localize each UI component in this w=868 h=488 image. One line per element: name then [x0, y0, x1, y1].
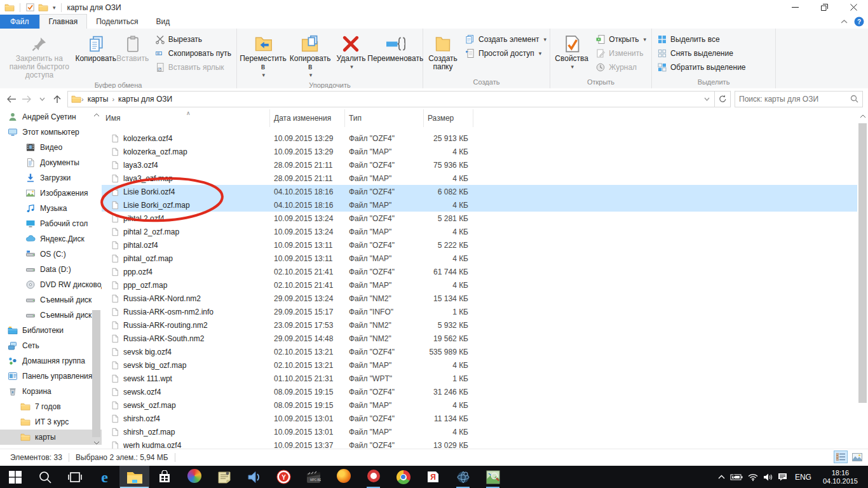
search-icon[interactable]	[846, 95, 862, 103]
thumbnails-view-button[interactable]	[850, 451, 864, 463]
restore-button[interactable]	[810, 0, 839, 15]
up-button[interactable]	[50, 92, 65, 107]
forward-button[interactable]	[19, 92, 34, 107]
sidebar-item[interactable]: Музыка	[0, 201, 102, 216]
table-row[interactable]: sewsk 111.wpt01.10.2015 21:31Файл "WPT"1…	[102, 372, 857, 385]
table-row[interactable]: shirsh.ozf410.09.2015 13:01Файл "OZF4"11…	[102, 412, 857, 425]
select-none-button[interactable]: Снять выделение	[657, 47, 746, 60]
delete-button[interactable]: Удалить▾	[333, 30, 369, 72]
paste-button[interactable]: Вставить	[115, 30, 151, 64]
list-scrollbar[interactable]	[857, 109, 868, 449]
new-item-button[interactable]: Создать элемент▾	[465, 33, 546, 46]
taskbar-app-yandex-browser[interactable]: Y	[269, 466, 299, 488]
table-row[interactable]: Lisie Borki_ozf.map04.10.2015 18:16Файл …	[102, 198, 857, 212]
search-box[interactable]	[735, 91, 863, 107]
tray-expand-icon[interactable]	[718, 475, 725, 479]
taskbar-app-media-swirl[interactable]	[179, 466, 209, 488]
sidebar-item[interactable]: Съемный диск	[0, 308, 102, 323]
table-row[interactable]: pihtal.ozf410.09.2015 13:11Файл "OZF4"5 …	[102, 238, 857, 252]
table-row[interactable]: sevsk big.ozf402.10.2015 13:21Файл "OZF4…	[102, 345, 857, 358]
sidebar-item[interactable]: Съемный диск	[0, 292, 102, 308]
taskbar-app-explorer[interactable]	[119, 466, 149, 488]
scroll-down-icon[interactable]	[91, 438, 102, 449]
table-row[interactable]: pihtal 2.ozf410.09.2015 13:24Файл "OZF4"…	[102, 212, 857, 225]
taskbar-app-opera[interactable]	[358, 466, 388, 488]
table-row[interactable]: werh kudma.ozf410.09.2015 13:37Файл "OZF…	[102, 438, 857, 449]
taskbar-app-start[interactable]	[0, 466, 30, 488]
sidebar-item[interactable]: Изображения	[0, 186, 102, 201]
taskbar-app-mpc[interactable]: MPC-BE	[299, 466, 329, 488]
tab-home[interactable]: Главная	[39, 14, 88, 29]
scroll-up-icon[interactable]	[91, 109, 102, 120]
pin-quick-access-button[interactable]: Закрепить на панели быстрого доступа	[2, 30, 77, 81]
refresh-button[interactable]	[715, 91, 731, 107]
sidebar-item[interactable]: Документы	[0, 155, 102, 170]
taskbar-app-chrome[interactable]	[388, 466, 418, 488]
taskbar-app-speaker-app[interactable]	[239, 466, 269, 488]
address-dropdown-icon[interactable]	[699, 92, 714, 107]
sidebar-item[interactable]: Андрей Суетин	[0, 109, 102, 125]
table-row[interactable]: Russia-ARK-South.nm229.09.2015 14:48Файл…	[102, 332, 857, 345]
move-to-button[interactable]: Переместить в▾	[239, 30, 287, 81]
tab-file[interactable]: Файл	[0, 15, 39, 29]
wifi-icon[interactable]	[748, 473, 758, 481]
rename-button[interactable]: Переименовать	[370, 30, 421, 64]
taskbar-app-yandex[interactable]: Я	[418, 466, 448, 488]
folder-icon[interactable]	[38, 3, 48, 13]
sidebar-item[interactable]: Загрузки	[0, 170, 102, 186]
sidebar-scrollbar[interactable]	[91, 109, 102, 449]
tab-view[interactable]: Вид	[147, 15, 179, 29]
sidebar-item[interactable]: DVD RW дисковод	[0, 277, 102, 292]
history-button[interactable]: Журнал	[595, 61, 646, 74]
column-date[interactable]: Дата изменения	[270, 109, 345, 127]
sidebar-item[interactable]: Корзина	[0, 384, 102, 399]
language-indicator[interactable]: ENG	[792, 473, 814, 482]
close-button[interactable]	[839, 0, 868, 15]
taskbar-app-notes[interactable]	[209, 466, 239, 488]
easy-access-button[interactable]: Простой доступ▾	[465, 47, 546, 60]
battery-icon[interactable]	[730, 473, 743, 480]
table-row[interactable]: ppp.ozf402.10.2015 21:41Файл "OZF4"61 74…	[102, 265, 857, 278]
action-center-icon[interactable]	[778, 473, 787, 481]
scrollbar-thumb[interactable]	[858, 123, 867, 403]
sidebar-item[interactable]: Рабочий стол	[0, 216, 102, 231]
sidebar-item[interactable]: Панель управления	[0, 369, 102, 384]
column-type[interactable]: Тип	[345, 109, 424, 127]
taskbar-app-store[interactable]	[149, 466, 179, 488]
table-row[interactable]: laya3_ozf.map28.09.2015 21:11Файл "MAP"4…	[102, 172, 857, 185]
sidebar-item[interactable]: карты	[0, 430, 102, 445]
sidebar-item[interactable]: Домашняя группа	[0, 353, 102, 369]
table-row[interactable]: Lisie Borki.ozf404.10.2015 18:16Файл "OZ…	[102, 185, 857, 198]
sidebar-item[interactable]: Видео	[0, 140, 102, 155]
search-input[interactable]	[735, 95, 846, 104]
taskbar-app-edge[interactable]: e	[90, 466, 119, 488]
back-button[interactable]	[4, 92, 19, 107]
minimize-button[interactable]	[780, 0, 810, 15]
sidebar-item[interactable]: Сеть	[0, 338, 102, 353]
table-row[interactable]: sewsk.ozf408.09.2015 19:15Файл "OZF4"31 …	[102, 385, 857, 398]
ribbon-collapse-icon[interactable]	[841, 19, 848, 24]
chevron-down-icon[interactable]: ▾	[53, 4, 56, 11]
sidebar-item[interactable]: 7 годов	[0, 399, 102, 414]
sidebar-item[interactable]: Библиотеки	[0, 323, 102, 338]
table-row[interactable]: Russia-ARK-Nord.nm229.09.2015 13:24Файл …	[102, 292, 857, 305]
table-row[interactable]: sevsk big_ozf.map02.10.2015 13:21Файл "M…	[102, 358, 857, 372]
table-row[interactable]: shirsh_ozf.map10.09.2015 13:01Файл "MAP"…	[102, 425, 857, 438]
breadcrumb-karty-ozi[interactable]: карты для ОЗИ	[114, 95, 176, 104]
open-button[interactable]: Открыть▾	[595, 33, 646, 46]
column-size[interactable]: Размер	[424, 109, 473, 127]
new-folder-button[interactable]: Создатьпапку	[425, 30, 461, 72]
details-view-button[interactable]	[834, 451, 848, 463]
copy-path-button[interactable]: W...Скопировать путь	[155, 47, 231, 60]
table-row[interactable]: pihtal_ozf.map10.09.2015 13:11Файл "MAP"…	[102, 252, 857, 265]
help-icon[interactable]: ?	[854, 17, 864, 27]
table-row[interactable]: Russia-ARK-routing.nm223.09.2015 17:53Фа…	[102, 318, 857, 332]
taskbar-app-sas-planet[interactable]	[448, 466, 478, 488]
volume-icon[interactable]	[763, 473, 773, 481]
sidebar-item[interactable]: Этот компьютер	[0, 125, 102, 140]
sidebar-item[interactable]: Data (D:)	[0, 262, 102, 277]
sidebar-item[interactable]: OS (C:)	[0, 247, 102, 262]
breadcrumb[interactable]: › карты › карты для ОЗИ	[67, 91, 715, 107]
select-all-button[interactable]: Выделить все	[657, 33, 746, 46]
edit-button[interactable]: Изменить	[595, 47, 646, 60]
